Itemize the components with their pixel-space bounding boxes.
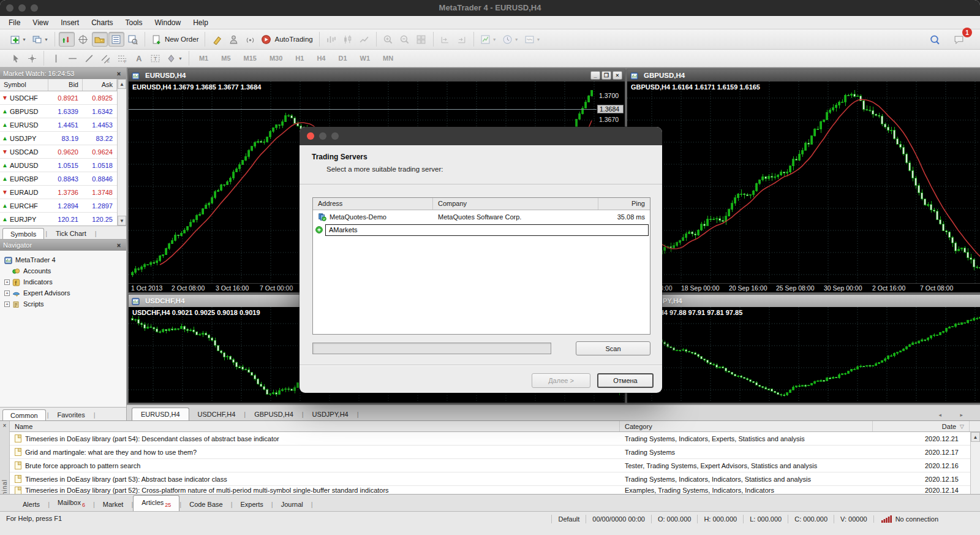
chart-canvas[interactable]: GBPUSD,H4 1.6164 1.6171 1.6159 1.616513 … xyxy=(627,82,980,292)
article-row[interactable]: Grid and martingale: what are they and h… xyxy=(10,446,980,459)
new-order-button[interactable]: New Order xyxy=(149,32,202,47)
column-header-symbol[interactable]: Symbol xyxy=(0,79,48,91)
chart-tab-eurusd-h4[interactable]: EURUSD,H4 xyxy=(132,408,189,420)
line-chart-button[interactable] xyxy=(356,32,372,47)
menu-window[interactable]: Window xyxy=(149,17,187,29)
market-watch-toggle[interactable] xyxy=(59,32,75,47)
data-window-button[interactable] xyxy=(75,32,91,47)
vertical-line-tool-button[interactable] xyxy=(48,51,64,66)
article-column-name[interactable]: Name xyxy=(10,421,620,431)
chart-window-titlebar[interactable]: EURUSD,H4_❐× xyxy=(129,69,625,82)
menu-charts[interactable]: Charts xyxy=(85,17,119,29)
article-column-date[interactable]: Date▽ xyxy=(873,421,970,431)
crosshair-tool-button[interactable] xyxy=(24,51,40,66)
autotrading-button[interactable]: AutoTrading xyxy=(258,32,315,47)
indicators-menu-button[interactable]: ▼ xyxy=(478,32,499,47)
restore-icon[interactable]: ❐ xyxy=(601,71,611,80)
market-watch-row[interactable]: ▲GBPUSD1.63391.6342 xyxy=(0,105,126,118)
terminal-tab-experts[interactable]: Experts xyxy=(232,498,271,511)
scroll-up-icon[interactable]: ▲ xyxy=(971,432,980,442)
market-watch-row[interactable]: ▲EURGBP0.88430.8846 xyxy=(0,172,126,186)
chart-window-titlebar[interactable]: USDJPY,H4 xyxy=(627,295,980,307)
timeframe-h4[interactable]: H4 xyxy=(311,51,331,66)
market-watch-tab-symbols[interactable]: Symbols xyxy=(2,228,44,240)
chart-window-gbpusd-h4[interactable]: GBPUSD,H4GBPUSD,H4 1.6164 1.6171 1.6159 … xyxy=(627,69,980,293)
minimize-icon[interactable]: _ xyxy=(590,71,600,80)
metaeditor-button[interactable] xyxy=(209,32,225,47)
close-icon[interactable]: × xyxy=(3,421,7,430)
chart-canvas[interactable]: USDJPY,H4 97.88 97.91 97.81 97.85 xyxy=(627,307,980,403)
terminal-tab-market[interactable]: Market xyxy=(95,498,132,511)
fibonacci-tool-button[interactable]: F xyxy=(114,51,130,66)
scroll-down-icon[interactable]: ▼ xyxy=(118,216,126,226)
profiles-button[interactable]: ▼ xyxy=(29,32,51,47)
chart-tab-usdchf-h4[interactable]: USDCHF,H4 xyxy=(189,408,244,420)
label-tool-button[interactable]: T xyxy=(147,51,163,66)
shapes-tool-button[interactable]: ▼ xyxy=(164,51,185,66)
chart-window-usdjpy-h4[interactable]: USDJPY,H4USDJPY,H4 97.88 97.91 97.81 97.… xyxy=(627,294,980,403)
timeframe-m30[interactable]: M30 xyxy=(263,51,288,66)
tile-windows-button[interactable] xyxy=(413,32,429,47)
auto-scroll-button[interactable] xyxy=(437,32,453,47)
cursor-tool-button[interactable] xyxy=(7,51,23,66)
menu-view[interactable]: View xyxy=(26,17,55,29)
publish-button[interactable] xyxy=(225,32,241,47)
navigator-item-expert-advisors[interactable]: +Expert Advisors xyxy=(2,287,124,298)
horizontal-line-tool-button[interactable] xyxy=(64,51,80,66)
notifications-button[interactable]: 1 xyxy=(951,32,967,47)
trendline-tool-button[interactable] xyxy=(81,51,97,66)
zoom-out-button[interactable] xyxy=(397,32,413,47)
chart-tab-usdjpy-h4[interactable]: USDJPY,H4 xyxy=(304,408,357,420)
column-header-bid[interactable]: Bid xyxy=(48,79,83,91)
navigator-item-accounts[interactable]: Accounts xyxy=(2,265,124,276)
chart-shift-button[interactable] xyxy=(454,32,470,47)
zoom-window-icon[interactable] xyxy=(31,4,38,12)
article-row[interactable]: Timeseries in DoEasy library (part 53): … xyxy=(10,472,980,486)
expand-icon[interactable]: + xyxy=(4,302,10,307)
terminal-tab-code-base[interactable]: Code Base xyxy=(181,498,230,511)
market-watch-row[interactable]: ▼USDCHF0.89210.8925 xyxy=(0,91,126,105)
market-watch-tab-tick-chart[interactable]: Tick Chart xyxy=(48,228,94,239)
market-watch-row[interactable]: ▼EURAUD1.37361.3748 xyxy=(0,186,126,199)
terminal-tab-alerts[interactable]: Alerts xyxy=(15,498,48,511)
article-row[interactable]: Timeseries in DoEasy library (part 52): … xyxy=(10,486,980,494)
timeframe-d1[interactable]: D1 xyxy=(332,51,353,66)
timeframe-h1[interactable]: H1 xyxy=(289,51,310,66)
expand-icon[interactable]: + xyxy=(4,290,10,296)
terminal-tab-articles[interactable]: Articles25 xyxy=(133,495,179,511)
navigator-item-indicators[interactable]: +fIndicators xyxy=(2,276,124,287)
cancel-button[interactable]: Отмена xyxy=(597,373,654,388)
menu-file[interactable]: File xyxy=(2,17,26,29)
terminal-scrollbar[interactable]: ▲ xyxy=(970,432,980,494)
scroll-up-icon[interactable]: ▲ xyxy=(118,79,126,89)
periods-menu-button[interactable]: ▼ xyxy=(500,32,521,47)
timeframe-w1[interactable]: W1 xyxy=(354,51,377,66)
strategy-tester-button[interactable] xyxy=(125,32,141,47)
dialog-minimize-icon[interactable] xyxy=(319,132,326,140)
market-watch-row[interactable]: ▲AUDUSD1.05151.0518 xyxy=(0,159,126,172)
article-row[interactable]: Brute force approach to pattern searchTe… xyxy=(10,459,980,472)
scan-button[interactable]: Scan xyxy=(576,341,650,355)
market-watch-row[interactable]: ▲EURCHF1.28941.2897 xyxy=(0,199,126,213)
navigator-root[interactable]: MetaTrader 4 xyxy=(2,254,124,265)
close-icon[interactable]: × xyxy=(115,70,123,77)
timeframe-mn[interactable]: MN xyxy=(377,51,399,66)
navigator-tab-favorites[interactable]: Favorites xyxy=(50,409,92,420)
market-watch-row[interactable]: ▲USDJPY83.1983.22 xyxy=(0,132,126,145)
column-header-ask[interactable]: Ask xyxy=(83,79,117,91)
timeframe-m15[interactable]: M15 xyxy=(238,51,263,66)
terminal-toggle[interactable] xyxy=(108,32,124,47)
market-watch-row[interactable]: ▼USDCAD0.96200.9624 xyxy=(0,145,126,159)
window-controls[interactable] xyxy=(6,4,38,12)
menu-help[interactable]: Help xyxy=(187,17,214,29)
channel-tool-button[interactable]: E xyxy=(97,51,113,66)
timeframe-m1[interactable]: M1 xyxy=(193,51,214,66)
search-icon[interactable] xyxy=(926,32,942,47)
close-icon[interactable]: × xyxy=(612,71,622,80)
new-server-row[interactable] xyxy=(313,223,650,237)
navigator-item-scripts[interactable]: +Scripts xyxy=(2,298,124,309)
terminal-tab-mailbox[interactable]: Mailbox6 xyxy=(50,496,93,511)
article-row[interactable]: Timeseries in DoEasy library (part 54): … xyxy=(10,432,980,446)
expand-icon[interactable]: + xyxy=(4,279,10,285)
terminal-tab-journal[interactable]: Journal xyxy=(273,498,311,511)
